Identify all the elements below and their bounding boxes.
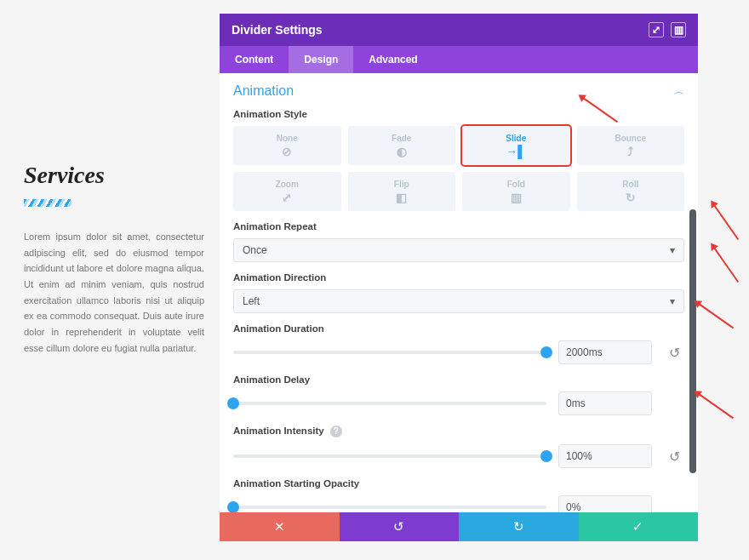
tab-advanced[interactable]: Advanced bbox=[353, 46, 432, 73]
label-animation-repeat: Animation Repeat bbox=[233, 221, 684, 231]
tabs: Content Design Advanced bbox=[220, 46, 698, 73]
select-value: Left bbox=[243, 295, 260, 307]
save-button[interactable]: ✓ bbox=[579, 512, 699, 541]
slider-thumb[interactable] bbox=[540, 346, 552, 358]
page-title: Services bbox=[24, 162, 204, 189]
style-fade[interactable]: Fade ◐ bbox=[348, 126, 456, 165]
redo-button[interactable]: ↻ bbox=[459, 512, 579, 541]
label-animation-style: Animation Style bbox=[233, 109, 684, 119]
intensity-value[interactable]: 100% bbox=[558, 444, 652, 468]
animation-repeat-select[interactable]: Once bbox=[233, 238, 684, 262]
panel-header: Divider Settings ⤢ ▥ bbox=[220, 14, 698, 46]
close-button[interactable]: ✕ bbox=[220, 512, 340, 541]
style-slide[interactable]: Slide →▌ bbox=[462, 126, 570, 165]
flip-icon: ◧ bbox=[396, 191, 407, 204]
select-value: Once bbox=[243, 244, 267, 256]
annotation-arrow bbox=[713, 204, 739, 240]
style-label: Fade bbox=[392, 134, 411, 143]
style-label: Zoom bbox=[276, 180, 299, 189]
expand-icon[interactable]: ⤢ bbox=[649, 22, 664, 37]
grid-icon[interactable]: ▥ bbox=[671, 22, 686, 37]
settings-panel: Divider Settings ⤢ ▥ Content Design Adva… bbox=[220, 14, 698, 541]
label-animation-duration: Animation Duration bbox=[233, 323, 684, 334]
animation-direction-select[interactable]: Left bbox=[233, 289, 684, 313]
style-bounce[interactable]: Bounce ⤴ bbox=[577, 126, 685, 165]
slider-thumb[interactable] bbox=[227, 501, 239, 512]
slider-thumb[interactable] bbox=[227, 397, 239, 409]
fade-icon: ◐ bbox=[397, 145, 407, 158]
divider-preview bbox=[24, 199, 71, 207]
delay-slider[interactable] bbox=[233, 402, 546, 405]
section-title[interactable]: Animation bbox=[233, 83, 294, 99]
duration-slider[interactable] bbox=[233, 351, 546, 354]
chevron-up-icon[interactable]: ︿ bbox=[674, 84, 684, 99]
panel-title: Divider Settings bbox=[232, 23, 642, 37]
zoom-icon: ⤢ bbox=[282, 191, 292, 204]
reset-icon[interactable]: ↺ bbox=[664, 342, 684, 363]
style-label: None bbox=[277, 134, 298, 143]
annotation-arrow bbox=[698, 303, 734, 329]
style-label: Flip bbox=[394, 180, 409, 189]
reset-icon[interactable]: ↺ bbox=[664, 446, 684, 466]
panel-footer: ✕ ↺ ↻ ✓ bbox=[220, 512, 698, 541]
slider-thumb[interactable] bbox=[540, 450, 552, 462]
label-animation-opacity: Animation Starting Opacity bbox=[233, 478, 684, 489]
fold-icon: ▥ bbox=[511, 191, 522, 204]
animation-style-grid: None ⊘ Fade ◐ Slide →▌ Bounce ⤴ Zoom ⤢ bbox=[233, 126, 684, 211]
intensity-slider[interactable] bbox=[233, 454, 546, 458]
panel-body: Animation ︿ Animation Style None ⊘ Fade … bbox=[220, 73, 698, 512]
style-label: Bounce bbox=[615, 134, 646, 143]
tab-content[interactable]: Content bbox=[220, 46, 289, 73]
style-label: Slide bbox=[506, 134, 526, 143]
duration-value[interactable]: 2000ms bbox=[558, 340, 652, 364]
style-label: Fold bbox=[507, 180, 525, 189]
undo-button[interactable]: ↺ bbox=[340, 512, 460, 541]
style-zoom[interactable]: Zoom ⤢ bbox=[233, 172, 341, 211]
style-none[interactable]: None ⊘ bbox=[233, 126, 341, 165]
tab-design[interactable]: Design bbox=[289, 46, 353, 73]
opacity-value[interactable]: 0% bbox=[558, 495, 652, 512]
opacity-slider[interactable] bbox=[233, 506, 546, 509]
roll-icon: ↻ bbox=[626, 191, 636, 204]
bounce-icon: ⤴ bbox=[627, 145, 633, 158]
body-text: Lorem ipsum dolor sit amet, consectetur … bbox=[24, 229, 204, 357]
help-icon[interactable]: ? bbox=[330, 426, 342, 437]
label-animation-delay: Animation Delay bbox=[233, 374, 684, 385]
slide-icon: →▌ bbox=[506, 145, 526, 158]
style-label: Roll bbox=[622, 180, 638, 189]
style-fold[interactable]: Fold ▥ bbox=[462, 172, 570, 211]
annotation-arrow bbox=[698, 393, 734, 419]
label-animation-intensity: Animation Intensity ? bbox=[233, 426, 684, 437]
delay-value[interactable]: 0ms bbox=[558, 391, 652, 415]
none-icon: ⊘ bbox=[282, 145, 292, 158]
style-roll[interactable]: Roll ↻ bbox=[577, 172, 685, 211]
label-animation-direction: Animation Direction bbox=[233, 272, 684, 283]
style-flip[interactable]: Flip ◧ bbox=[348, 172, 456, 211]
annotation-arrow bbox=[713, 247, 739, 283]
scrollbar[interactable] bbox=[689, 209, 696, 473]
